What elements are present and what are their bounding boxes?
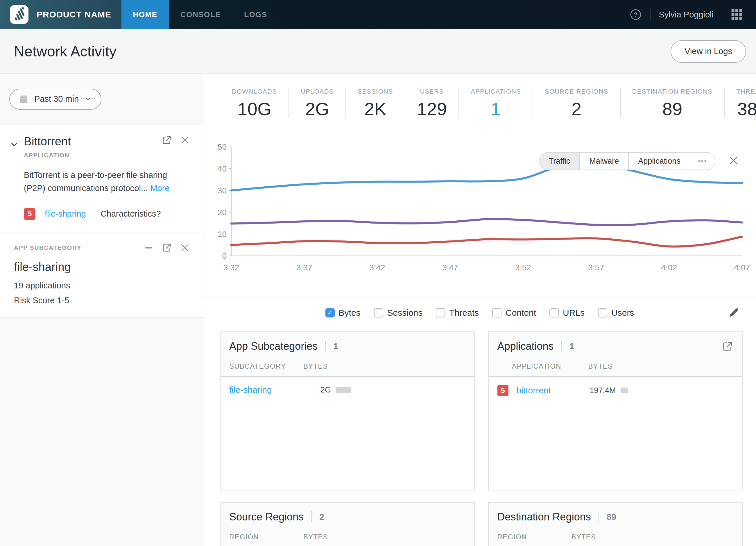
- main-content: DOWNLOADS 10G UPLOADS 2G SESSIONS 2K USE…: [203, 74, 756, 546]
- divider: [722, 8, 722, 21]
- external-link-icon[interactable]: [722, 341, 733, 352]
- filter-threats[interactable]: Threats: [436, 308, 479, 318]
- checkbox[interactable]: [436, 308, 445, 318]
- chevron-down-icon: [85, 96, 92, 103]
- svg-text:10: 10: [218, 230, 227, 239]
- application-badge-row: 5 file-sharing Characteristics?: [24, 208, 190, 220]
- column-header[interactable]: BYTES: [303, 362, 328, 371]
- application-row-link[interactable]: bittorrent: [517, 386, 551, 395]
- edit-filters-pencil-icon[interactable]: [728, 307, 740, 318]
- bytes-bar: [336, 387, 351, 393]
- subcategory-link[interactable]: file-sharing: [45, 209, 86, 218]
- svg-text:?: ?: [634, 11, 637, 18]
- bytes-value: 2G: [303, 386, 331, 395]
- table-row: 5 bittorrent 197.4M: [489, 377, 742, 404]
- column-header[interactable]: BYTES: [588, 362, 613, 371]
- time-filter-row: Past 30 min: [0, 74, 203, 124]
- stat-source-regions: SOURCE REGIONS 2: [533, 88, 621, 118]
- close-icon[interactable]: [180, 242, 190, 253]
- column-header[interactable]: APPLICATION: [497, 362, 588, 371]
- risk-score-badge: 5: [497, 385, 508, 396]
- svg-text:3:42: 3:42: [369, 263, 385, 272]
- card-count: 1: [569, 341, 574, 351]
- column-header[interactable]: SUBCATEGORY: [229, 362, 303, 371]
- nav-right: ? Sylvia Poggioli: [630, 0, 756, 29]
- time-filter-label: Past 30 min: [34, 94, 79, 104]
- stats-bar: DOWNLOADS 10G UPLOADS 2G SESSIONS 2K USE…: [203, 74, 756, 132]
- subcategory-app-count: 19 applications: [14, 281, 190, 291]
- brand: PRODUCT NAME: [0, 0, 121, 29]
- nav-tab-console[interactable]: CONSOLE: [169, 0, 232, 29]
- divider: [311, 511, 312, 522]
- collapse-chevron-icon[interactable]: [9, 139, 19, 149]
- brand-name: PRODUCT NAME: [37, 10, 111, 19]
- checkbox[interactable]: [549, 308, 559, 318]
- bytes-bar: [621, 388, 628, 393]
- filter-users[interactable]: Users: [598, 308, 634, 318]
- metric-filter-row: Bytes Sessions Threats Content URLs: [203, 298, 756, 328]
- divider: [599, 511, 599, 522]
- stat-sessions: SESSIONS 2K: [346, 88, 405, 118]
- view-in-logs-button[interactable]: View in Logs: [671, 40, 746, 63]
- filter-content[interactable]: Content: [492, 308, 536, 318]
- card-title: Source Regions: [229, 511, 304, 523]
- column-header[interactable]: REGION: [229, 533, 303, 541]
- external-link-icon[interactable]: [162, 242, 172, 253]
- subcategory-category-label: APP SUBCATEGORY: [14, 244, 81, 251]
- filter-sessions[interactable]: Sessions: [374, 308, 423, 318]
- bytes-value: 197.4M: [588, 386, 616, 395]
- risk-score-badge: 5: [24, 208, 35, 220]
- checkbox[interactable]: [492, 308, 501, 318]
- sidebar-cards: Bittorrent APPLICATION BitTorrent is a p…: [0, 124, 203, 318]
- svg-text:50: 50: [218, 142, 227, 151]
- card-title: App Subcategories: [229, 340, 318, 352]
- external-link-icon[interactable]: [162, 135, 172, 145]
- divider: [561, 341, 562, 352]
- filter-bytes[interactable]: Bytes: [325, 308, 361, 318]
- more-options-icon[interactable]: •••: [690, 153, 715, 169]
- help-icon[interactable]: ?: [630, 8, 642, 21]
- svg-text:20: 20: [218, 208, 227, 217]
- svg-text:40: 40: [218, 164, 227, 173]
- stat-threats: THREATS 381: [725, 88, 756, 118]
- application-category-label: APPLICATION: [24, 152, 190, 159]
- filter-urls[interactable]: URLs: [549, 308, 585, 318]
- minimize-icon[interactable]: [144, 242, 154, 253]
- column-header[interactable]: REGION: [497, 533, 572, 541]
- chart-tab-malware[interactable]: Malware: [579, 153, 628, 169]
- checkbox[interactable]: [598, 308, 607, 318]
- app-switcher-icon[interactable]: [730, 8, 743, 21]
- subcategory-risk-range: Risk Score 1-5: [14, 296, 190, 306]
- application-description: BitTorrent is a peer-to-peer file sharin…: [24, 169, 190, 195]
- subcategory-row-link[interactable]: file-sharing: [229, 385, 272, 395]
- svg-text:4:07: 4:07: [734, 263, 750, 272]
- column-header[interactable]: BYTES: [572, 533, 596, 541]
- table-row: file-sharing 2G: [221, 377, 474, 403]
- nav-tab-logs[interactable]: LOGS: [232, 0, 279, 29]
- subcategory-card: APP SUBCATEGORY file-sharing 19 applicat…: [0, 233, 203, 317]
- stat-destination-regions: DESTINATION REGIONS 89: [621, 88, 725, 118]
- characteristics-label[interactable]: Characteristics?: [101, 209, 161, 218]
- summary-cards-grid: App Subcategories 1 SUBCATEGORY BYTES fi…: [203, 328, 756, 546]
- card-count: 1: [333, 341, 338, 351]
- checkbox[interactable]: [374, 308, 383, 318]
- chart-tab-applications[interactable]: Applications: [628, 153, 690, 169]
- stat-uploads: UPLOADS 2G: [289, 88, 346, 118]
- app-subcategories-card: App Subcategories 1 SUBCATEGORY BYTES fi…: [220, 332, 475, 491]
- chart-tab-traffic[interactable]: Traffic: [540, 153, 580, 169]
- time-filter-dropdown[interactable]: Past 30 min: [9, 89, 101, 110]
- page-header: Network Activity View in Logs: [0, 29, 756, 74]
- card-title: Destination Regions: [497, 511, 591, 523]
- stat-downloads: DOWNLOADS 10G: [220, 88, 289, 118]
- more-link[interactable]: More: [150, 183, 169, 193]
- nav-tab-home[interactable]: HOME: [121, 0, 169, 29]
- column-header[interactable]: BYTES: [303, 533, 328, 541]
- chart-section: Traffic Malware Applications ••• 0102030…: [203, 143, 756, 298]
- user-name[interactable]: Sylvia Poggioli: [659, 10, 714, 19]
- checkbox[interactable]: [325, 308, 335, 318]
- close-icon[interactable]: [180, 135, 190, 145]
- chart-mode-toggle: Traffic Malware Applications •••: [539, 152, 715, 170]
- card-count: 89: [607, 512, 616, 522]
- stat-users: USERS 129: [405, 88, 459, 118]
- chart-close-icon[interactable]: [728, 154, 740, 166]
